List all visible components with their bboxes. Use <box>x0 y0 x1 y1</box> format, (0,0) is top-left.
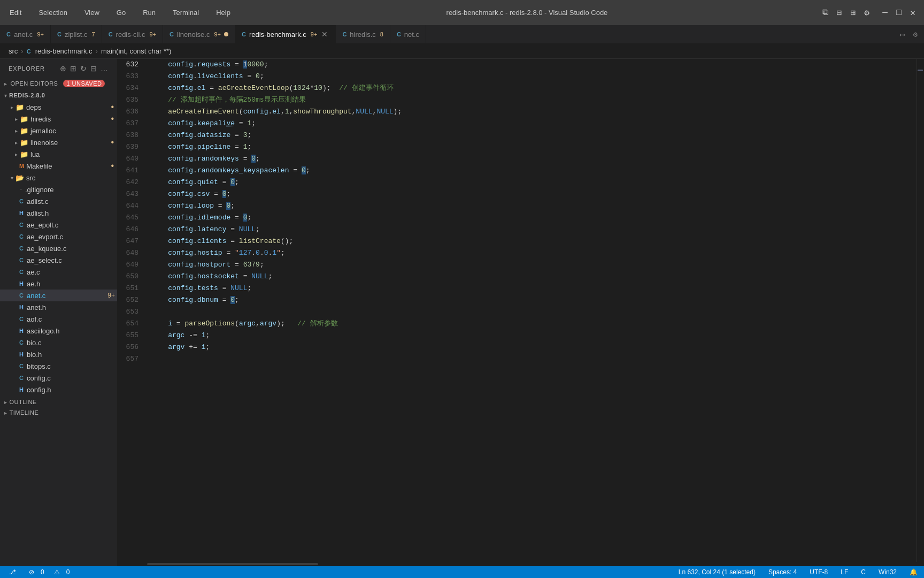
refresh-button[interactable]: ↻ <box>80 64 87 73</box>
file-ae-evport[interactable]: C ae_evport.c <box>0 231 117 242</box>
menu-go[interactable]: Go <box>113 6 129 19</box>
code-line-635: // 添加超时事件，每隔250ms显示压测结果 <box>151 94 917 106</box>
tab-redis-cli[interactable]: C redis-cli.c 9+ <box>102 25 163 43</box>
code-line-656: argv += i; <box>151 341 917 353</box>
tab-close-button[interactable]: ✕ <box>320 30 329 39</box>
file-bio-h[interactable]: H bio.h <box>0 348 117 360</box>
code-line-654: i = parseOptions(argc,argv); // 解析参数 <box>151 318 917 330</box>
folder-deps[interactable]: ▸ 📁 deps • <box>0 101 117 113</box>
file-ae-c[interactable]: C ae.c <box>0 266 117 278</box>
tab-net[interactable]: C net.c <box>390 25 426 43</box>
file-aof[interactable]: C aof.c <box>0 313 117 325</box>
menu-edit[interactable]: Edit <box>6 6 25 19</box>
tab-redis-benchmark[interactable]: C redis-benchmark.c 9+ ✕ <box>235 25 336 43</box>
folder-linenoise[interactable]: ▸ 📁 linenoise • <box>0 136 117 148</box>
code-area[interactable]: 632 633 634 635 636 637 638 639 640 641 … <box>118 59 924 562</box>
open-editors-header[interactable]: ▸ OPEN EDITORS 1 UNSAVED <box>0 78 117 89</box>
minimize-button[interactable]: — <box>880 8 890 18</box>
layout-icon[interactable]: ⧉ <box>820 8 830 18</box>
file-config-h[interactable]: H config.h <box>0 384 117 396</box>
outline-section[interactable]: ▸ OUTLINE <box>0 396 117 406</box>
tab-hiredis[interactable]: C hiredis.c 8 <box>336 25 390 43</box>
file-ae-select[interactable]: C ae_select.c <box>0 254 117 266</box>
menu-help[interactable]: Help <box>213 6 234 19</box>
error-count[interactable]: ⊘ 0 ⚠ 0 <box>25 568 74 576</box>
file-anet-h[interactable]: H anet.h <box>0 301 117 313</box>
new-folder-button[interactable]: ⊞ <box>70 64 77 73</box>
menu-selection[interactable]: Selection <box>35 6 70 19</box>
more-actions-button[interactable]: ⚙ <box>911 29 920 40</box>
settings-icon[interactable]: ⚙ <box>862 8 872 18</box>
code-line-639: config.pipeline = 1; <box>151 141 917 153</box>
language-mode[interactable]: C <box>859 568 868 576</box>
tab-ziplist[interactable]: C ziplist.c 7 <box>51 25 102 43</box>
split-editor-button[interactable]: ⟷ <box>898 29 906 40</box>
file-ae-kqueue[interactable]: C ae_kqueue.c <box>0 242 117 254</box>
encoding-info[interactable]: UTF-8 <box>807 568 830 576</box>
menu-run[interactable]: Run <box>140 6 159 19</box>
code-text: config.loop = 0; <box>151 200 235 212</box>
file-ae-h[interactable]: H ae.h <box>0 278 117 290</box>
code-content[interactable]: config.requests = 10000; config.liveclie… <box>147 59 917 562</box>
file-label: asciilogo.h <box>27 327 59 335</box>
c-file-icon: C <box>242 31 246 37</box>
maximize-button[interactable]: □ <box>894 8 904 18</box>
file-config-c[interactable]: C config.c <box>0 372 117 384</box>
more-button[interactable]: … <box>101 64 109 73</box>
file-label: config.c <box>27 374 51 382</box>
notifications-icon[interactable]: 🔔 <box>907 568 920 576</box>
file-label: ae_select.c <box>27 256 62 264</box>
file-label: ae.c <box>27 268 40 276</box>
spaces-info[interactable]: Spaces: 4 <box>766 568 799 576</box>
tab-linenoise[interactable]: C linenoise.c 9+ <box>163 25 235 43</box>
file-ae-epoll[interactable]: C ae_epoll.c <box>0 219 117 231</box>
breadcrumb-file[interactable]: redis-benchmark.c <box>35 47 93 55</box>
git-branch-button[interactable]: ⎇ <box>4 568 20 576</box>
code-text: config.quiet = 0; <box>151 177 239 188</box>
close-button[interactable]: ✕ <box>908 8 918 18</box>
code-line-649: config.hostport = 6379; <box>151 259 917 271</box>
tab-anet[interactable]: C anet.c 9+ <box>0 25 51 43</box>
breadcrumb-src[interactable]: src <box>9 47 18 55</box>
timeline-section[interactable]: ▸ TIMELINE <box>0 406 117 417</box>
file-bitops[interactable]: C bitops.c <box>0 360 117 372</box>
folder-lua[interactable]: ▸ 📁 lua <box>0 148 117 160</box>
c-file-icon: C <box>19 316 24 322</box>
scroll-indicator <box>918 70 923 71</box>
folder-hiredis[interactable]: ▸ 📁 hiredis • <box>0 113 117 125</box>
file-anet-c[interactable]: C anet.c 9+ <box>0 290 117 301</box>
menu-view[interactable]: View <box>81 6 103 19</box>
layout-grid-icon[interactable]: ⊞ <box>848 8 858 18</box>
code-line-645: config.idlemode = 0; <box>151 212 917 224</box>
file-label: anet.h <box>27 303 46 311</box>
code-line-647: config.clients = listCreate(); <box>151 235 917 247</box>
new-file-button[interactable]: ⊕ <box>60 64 67 73</box>
file-makefile[interactable]: M Makefile • <box>0 160 117 172</box>
file-bio-c[interactable]: C bio.c <box>0 337 117 348</box>
folder-jemalloc[interactable]: ▸ 📁 jemalloc <box>0 125 117 136</box>
collapse-button[interactable]: ⊟ <box>90 64 97 73</box>
layout-split-icon[interactable]: ⊟ <box>834 8 844 18</box>
file-asciilogo[interactable]: H asciilogo.h <box>0 325 117 337</box>
titlebar: Edit Selection View Go Run Terminal Help… <box>0 0 924 25</box>
os-info[interactable]: Win32 <box>876 568 899 576</box>
folder-icon-src: 📂 <box>16 174 24 182</box>
cursor-position[interactable]: Ln 632, Col 24 (1 selected) <box>676 568 758 576</box>
tab-label: redis-cli.c <box>116 31 145 39</box>
line-endings-info[interactable]: LF <box>838 568 850 576</box>
file-adlist-h[interactable]: H adlist.h <box>0 207 117 219</box>
file-label: bitops.c <box>27 362 51 370</box>
code-line-634: config.el = aeCreateEventLoop(1024*10); … <box>151 82 917 94</box>
file-gitignore[interactable]: ⬝ .gitignore <box>0 184 117 195</box>
menu-terminal[interactable]: Terminal <box>170 6 202 19</box>
tab-label: hiredis.c <box>350 31 375 39</box>
breadcrumb-function[interactable]: main(int, const char **) <box>101 47 172 55</box>
scrollbar-indicator[interactable] <box>917 59 924 562</box>
project-root[interactable]: ▾ REDIS-2.8.0 <box>0 89 117 101</box>
folder-src[interactable]: ▾ 📂 src <box>0 172 117 184</box>
code-line-633: config.liveclients = 0; <box>151 71 917 82</box>
file-adlist-c[interactable]: C adlist.c <box>0 195 117 207</box>
chevron-deps: ▸ <box>11 104 13 110</box>
horizontal-scrollbar[interactable] <box>118 562 924 566</box>
folder-label-deps: deps <box>26 103 41 111</box>
